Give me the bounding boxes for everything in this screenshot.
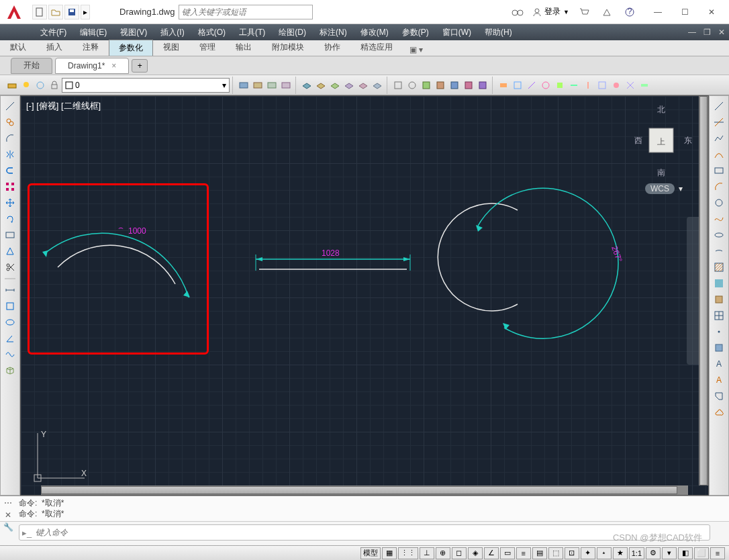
maximize-button[interactable]: ☐: [671, 3, 698, 21]
cmd-history-icon[interactable]: ⋯: [1, 498, 15, 508]
binoculars-icon[interactable]: [509, 4, 526, 20]
layer-freeze-icon[interactable]: [34, 79, 47, 92]
lt-scissors[interactable]: [3, 260, 17, 275]
tb-misc-4[interactable]: [434, 79, 447, 92]
layer-bulb-icon[interactable]: [19, 79, 33, 92]
rt-polyline[interactable]: [712, 131, 726, 146]
rt-boundary[interactable]: [712, 389, 726, 404]
sb-ortho-icon[interactable]: ⊥: [420, 547, 434, 559]
lt-move[interactable]: [3, 195, 17, 210]
menu-draw[interactable]: 绘图(D): [272, 24, 313, 40]
qat-more-button[interactable]: ▸: [81, 5, 90, 19]
rt-spline[interactable]: [712, 212, 726, 226]
menu-dimension[interactable]: 标注(N): [313, 24, 354, 40]
save-button[interactable]: [64, 5, 79, 19]
doc-minimize-icon[interactable]: —: [685, 26, 699, 39]
menu-insert[interactable]: 插入(I): [154, 24, 191, 40]
lt-rotate[interactable]: [3, 212, 17, 226]
sb-3dosnap-icon[interactable]: ◈: [468, 547, 483, 559]
search-box[interactable]: [179, 5, 313, 19]
sb-menu-icon[interactable]: ≡: [710, 547, 725, 559]
tb-icon-2[interactable]: [251, 79, 264, 92]
sb-otrack-icon[interactable]: ∠: [484, 547, 499, 559]
menu-view[interactable]: 视图(V): [113, 24, 154, 40]
sb-grid-icon[interactable]: ▦: [382, 547, 397, 559]
rt-hatch[interactable]: [712, 260, 726, 275]
lt-arc[interactable]: [3, 131, 17, 146]
app-logo[interactable]: [0, 0, 30, 24]
sb-ann2-icon[interactable]: ⋆: [597, 547, 612, 559]
tb-layer-e[interactable]: [356, 79, 370, 92]
close-button[interactable]: ✕: [698, 3, 725, 21]
doc-close-icon[interactable]: ✕: [714, 26, 729, 39]
open-file-button[interactable]: [48, 5, 63, 19]
tb-misc-3[interactable]: [420, 79, 433, 92]
minimize-button[interactable]: —: [644, 3, 671, 21]
tb-misc-5[interactable]: [448, 79, 461, 92]
sb-scale[interactable]: 1:1: [629, 547, 644, 559]
ribbon-tab-output[interactable]: 输出: [226, 39, 262, 56]
tb-mod-7[interactable]: [581, 79, 595, 92]
sb-clean-icon[interactable]: ⬜: [694, 547, 709, 559]
tb-layer-f[interactable]: [371, 79, 384, 92]
lt-rectangle[interactable]: [3, 228, 17, 242]
tb-layer-a[interactable]: [300, 79, 313, 92]
sb-trans-icon[interactable]: ▤: [532, 547, 547, 559]
tb-misc-7[interactable]: [476, 79, 489, 92]
rt-ellipse[interactable]: [712, 228, 726, 242]
tb-layer-c[interactable]: [328, 79, 342, 92]
tb-mod-4[interactable]: [539, 79, 552, 92]
sb-dyn-icon[interactable]: ▭: [500, 547, 515, 559]
scrollbar-horizontal[interactable]: [41, 485, 688, 495]
lt-wave[interactable]: [3, 347, 17, 362]
sb-polar-icon[interactable]: ⊕: [436, 547, 450, 559]
menu-help[interactable]: 帮助(H): [478, 24, 519, 40]
tb-mod-1[interactable]: [497, 79, 510, 92]
sb-more-icon[interactable]: ▾: [662, 547, 677, 559]
app-store-icon[interactable]: [599, 4, 615, 20]
tb-mod-6[interactable]: [567, 79, 581, 92]
menu-tools[interactable]: 工具(T): [232, 24, 272, 40]
view-cube[interactable]: 北 南 西 东 上 WCS ▾: [628, 103, 695, 197]
menu-file[interactable]: 文件(F): [34, 24, 73, 40]
tb-mod-5[interactable]: [553, 79, 567, 92]
tb-mod-2[interactable]: [511, 79, 524, 92]
search-input[interactable]: [179, 7, 312, 17]
tb-misc-2[interactable]: [405, 79, 419, 92]
menu-format[interactable]: 格式(O): [191, 24, 232, 40]
lt-subset[interactable]: [3, 163, 17, 178]
sb-ann-icon[interactable]: ✦: [581, 547, 595, 559]
lt-triangle[interactable]: [3, 244, 17, 259]
login-button[interactable]: 登录▼: [532, 4, 569, 20]
tb-mod-11[interactable]: [638, 79, 651, 92]
sb-osnap-icon[interactable]: ◻: [452, 547, 467, 559]
tb-icon-3[interactable]: [265, 79, 279, 92]
doc-restore-icon[interactable]: ❐: [699, 26, 714, 39]
menu-modify[interactable]: 修改(M): [354, 24, 395, 40]
rt-ellipse-arc[interactable]: [712, 244, 726, 259]
ribbon-tab-manage[interactable]: 管理: [189, 39, 226, 56]
tb-misc-6[interactable]: [462, 79, 475, 92]
tb-mod-8[interactable]: [595, 79, 609, 92]
lt-divider[interactable]: [3, 276, 17, 281]
rt-revcloud[interactable]: [712, 405, 726, 420]
tb-mod-10[interactable]: [624, 79, 637, 92]
layer-lock-icon[interactable]: [48, 79, 61, 92]
tb-mod-3[interactable]: [525, 79, 538, 92]
lt-mirror[interactable]: [3, 147, 17, 162]
rt-gradient[interactable]: [712, 276, 726, 291]
sb-iso-icon[interactable]: ◧: [678, 547, 693, 559]
sb-sc-icon[interactable]: ⊡: [565, 547, 579, 559]
tb-layer-d[interactable]: [342, 79, 356, 92]
cmd-wrench-icon[interactable]: 🔧: [1, 522, 15, 532]
ribbon-tab-addins[interactable]: 附加模块: [262, 39, 314, 56]
tb-icon-1[interactable]: [237, 79, 250, 92]
ribbon-tab-parametric[interactable]: 参数化: [109, 40, 153, 56]
tb-layer-b[interactable]: [314, 79, 328, 92]
lt-angle[interactable]: [3, 331, 17, 346]
rt-text[interactable]: A: [712, 357, 726, 371]
sb-qp-icon[interactable]: ⬚: [548, 547, 563, 559]
command-input[interactable]: [32, 528, 707, 537]
close-tab-icon[interactable]: ×: [111, 61, 116, 71]
rt-point[interactable]: [712, 324, 726, 339]
